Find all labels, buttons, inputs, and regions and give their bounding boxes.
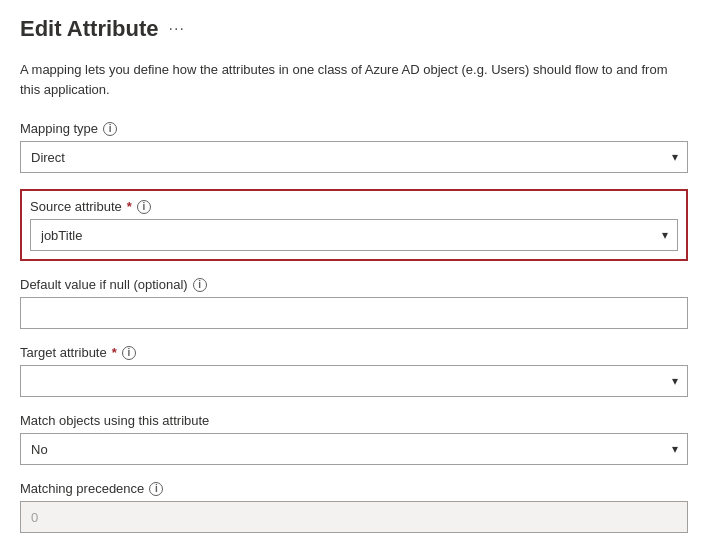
target-attribute-info-icon[interactable]: i — [122, 346, 136, 360]
match-objects-label: Match objects using this attribute — [20, 413, 688, 428]
target-attribute-label: Target attribute * i — [20, 345, 688, 360]
matching-precedence-input — [20, 501, 688, 533]
mapping-type-info-icon[interactable]: i — [103, 122, 117, 136]
matching-precedence-group: Matching precedence i — [20, 481, 688, 533]
match-objects-select[interactable]: No Yes — [20, 433, 688, 465]
ellipsis-menu[interactable]: ··· — [169, 20, 185, 38]
target-attribute-required: * — [112, 345, 117, 360]
mapping-type-label: Mapping type i — [20, 121, 688, 136]
description-text: A mapping lets you define how the attrib… — [20, 60, 688, 99]
source-attribute-select[interactable]: jobTitle displayName mail userPrincipalN… — [30, 219, 678, 251]
mapping-type-select-wrapper: Direct Constant Expression ▾ — [20, 141, 688, 173]
default-value-input[interactable] — [20, 297, 688, 329]
source-attribute-select-wrapper: jobTitle displayName mail userPrincipalN… — [30, 219, 678, 251]
match-objects-select-wrapper: No Yes ▾ — [20, 433, 688, 465]
source-attribute-required: * — [127, 199, 132, 214]
target-attribute-group: Target attribute * i ▾ — [20, 345, 688, 397]
source-attribute-info-icon[interactable]: i — [137, 200, 151, 214]
page-header: Edit Attribute ··· — [20, 16, 688, 42]
source-attribute-group: Source attribute * i jobTitle displayNam… — [20, 189, 688, 261]
page-title: Edit Attribute — [20, 16, 159, 42]
default-value-info-icon[interactable]: i — [193, 278, 207, 292]
target-attribute-select[interactable] — [20, 365, 688, 397]
source-attribute-label: Source attribute * i — [30, 199, 678, 214]
matching-precedence-info-icon[interactable]: i — [149, 482, 163, 496]
default-value-group: Default value if null (optional) i — [20, 277, 688, 329]
mapping-type-select[interactable]: Direct Constant Expression — [20, 141, 688, 173]
target-attribute-select-wrapper: ▾ — [20, 365, 688, 397]
match-objects-group: Match objects using this attribute No Ye… — [20, 413, 688, 465]
mapping-type-group: Mapping type i Direct Constant Expressio… — [20, 121, 688, 173]
default-value-label: Default value if null (optional) i — [20, 277, 688, 292]
matching-precedence-label: Matching precedence i — [20, 481, 688, 496]
